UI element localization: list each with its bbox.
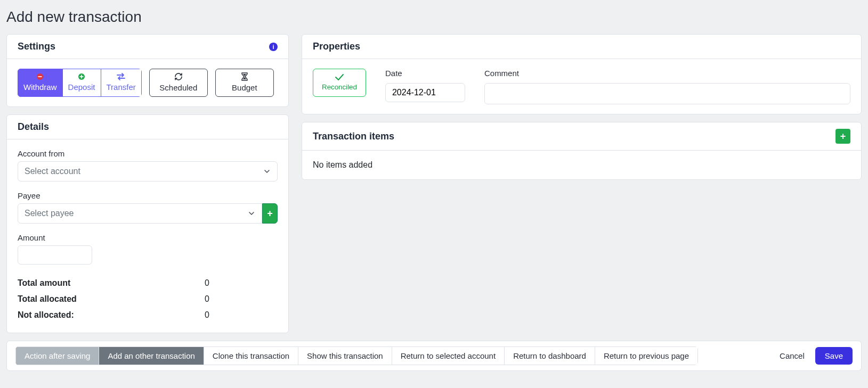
check-icon	[335, 73, 344, 81]
page-title: Add new transaction	[6, 9, 862, 26]
scheduled-label: Scheduled	[159, 83, 197, 92]
not-allocated-value: 0	[193, 310, 209, 320]
action-after-saving-label: Action after saving	[15, 346, 99, 365]
minus-circle-icon	[36, 73, 44, 80]
details-card: Details Account from Select account P	[6, 114, 289, 333]
withdraw-button[interactable]: Withdraw	[18, 69, 63, 97]
total-allocated-value: 0	[193, 294, 209, 304]
transaction-type-group: Withdraw Deposit	[18, 69, 142, 97]
transfer-label: Transfer	[107, 82, 136, 92]
account-placeholder: Select account	[25, 167, 80, 176]
svg-rect-1	[38, 76, 42, 77]
comment-label: Comment	[484, 69, 850, 78]
total-amount-label: Total amount	[18, 278, 193, 288]
budget-label: Budget	[232, 83, 257, 92]
plus-icon: +	[840, 131, 846, 142]
info-icon[interactable]: i	[269, 43, 278, 51]
settings-heading: Settings	[18, 41, 55, 52]
transfer-button[interactable]: Transfer	[101, 69, 142, 97]
action-return-previous[interactable]: Return to previous page	[595, 346, 698, 365]
cancel-button[interactable]: Cancel	[776, 351, 808, 361]
scheduled-button[interactable]: Scheduled	[149, 69, 208, 97]
refresh-icon	[174, 72, 183, 81]
chevron-down-icon	[263, 168, 271, 175]
transfer-icon	[117, 73, 125, 80]
account-from-select[interactable]: Select account	[18, 161, 278, 181]
reconciled-label: Reconciled	[322, 83, 357, 91]
action-after-saving-group: Action after saving Add an other transac…	[15, 346, 698, 365]
withdraw-label: Withdraw	[23, 82, 57, 92]
add-payee-button[interactable]: +	[262, 203, 278, 224]
payee-placeholder: Select payee	[25, 209, 74, 218]
settings-card: Settings i Withdraw	[6, 34, 289, 107]
reconciled-button[interactable]: Reconciled	[313, 69, 366, 97]
amount-input[interactable]	[18, 245, 92, 265]
transaction-items-heading: Transaction items	[313, 131, 394, 142]
plus-icon: +	[267, 208, 273, 219]
no-items-text: No items added	[313, 160, 372, 169]
properties-card: Properties Reconciled Date	[302, 34, 862, 114]
comment-input[interactable]	[484, 83, 850, 104]
deposit-label: Deposit	[68, 82, 95, 92]
account-from-label: Account from	[18, 149, 278, 158]
action-add-another[interactable]: Add an other transaction	[99, 346, 204, 365]
add-transaction-item-button[interactable]: +	[835, 129, 850, 144]
chevron-down-icon	[248, 210, 255, 217]
payee-label: Payee	[18, 191, 278, 200]
budget-button[interactable]: Budget	[215, 69, 274, 97]
svg-rect-4	[81, 75, 82, 79]
hourglass-icon	[241, 72, 248, 81]
deposit-button[interactable]: Deposit	[63, 69, 101, 97]
total-allocated-label: Total allocated	[18, 294, 193, 304]
date-input[interactable]	[385, 83, 465, 102]
action-return-dashboard[interactable]: Return to dashboard	[505, 346, 595, 365]
details-heading: Details	[18, 121, 49, 133]
plus-circle-icon	[78, 73, 85, 80]
payee-select[interactable]: Select payee	[18, 203, 262, 224]
footer-bar: Action after saving Add an other transac…	[6, 341, 862, 371]
transaction-items-card: Transaction items + No items added	[302, 122, 862, 180]
save-button[interactable]: Save	[815, 347, 853, 365]
action-show[interactable]: Show this transaction	[298, 346, 392, 365]
properties-heading: Properties	[313, 41, 360, 52]
date-label: Date	[385, 69, 465, 78]
action-clone[interactable]: Clone this transaction	[204, 346, 298, 365]
not-allocated-label: Not allocated:	[18, 310, 193, 320]
amount-label: Amount	[18, 233, 278, 242]
action-return-account[interactable]: Return to selected account	[392, 346, 505, 365]
total-amount-value: 0	[193, 278, 209, 288]
